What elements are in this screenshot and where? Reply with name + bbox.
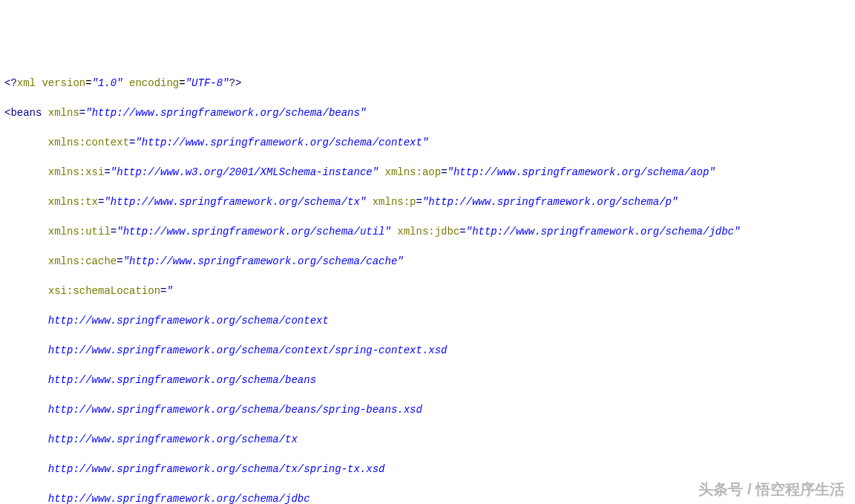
xml-declaration: <?xml version="1.0" encoding="UTF-8"?>: [4, 76, 855, 91]
schema-loc-line: http://www.springframework.org/schema/tx…: [4, 462, 855, 477]
attr-line: xmlns:xsi="http://www.w3.org/2001/XMLSch…: [4, 165, 855, 180]
attr-line: xsi:schemaLocation=": [4, 284, 855, 298]
schema-loc-line: http://www.springframework.org/schema/be…: [4, 402, 855, 417]
attr-line: xmlns:tx="http://www.springframework.org…: [4, 194, 855, 209]
attr-line: xmlns:util="http://www.springframework.o…: [4, 224, 855, 239]
attr-line: xmlns:cache="http://www.springframework.…: [4, 254, 855, 269]
beans-open: <beans xmlns="http://www.springframework…: [4, 105, 855, 120]
schema-loc-line: http://www.springframework.org/schema/be…: [4, 373, 855, 387]
schema-loc-line: http://www.springframework.org/schema/co…: [4, 343, 855, 358]
schema-loc-line: http://www.springframework.org/schema/co…: [4, 313, 855, 328]
schema-loc-line: http://www.springframework.org/schema/jd…: [4, 491, 855, 504]
attr-line: xmlns:context="http://www.springframewor…: [4, 135, 855, 150]
schema-loc-line: http://www.springframework.org/schema/tx: [4, 432, 855, 447]
code-viewer: <?xml version="1.0" encoding="UTF-8"?> <…: [0, 59, 855, 504]
